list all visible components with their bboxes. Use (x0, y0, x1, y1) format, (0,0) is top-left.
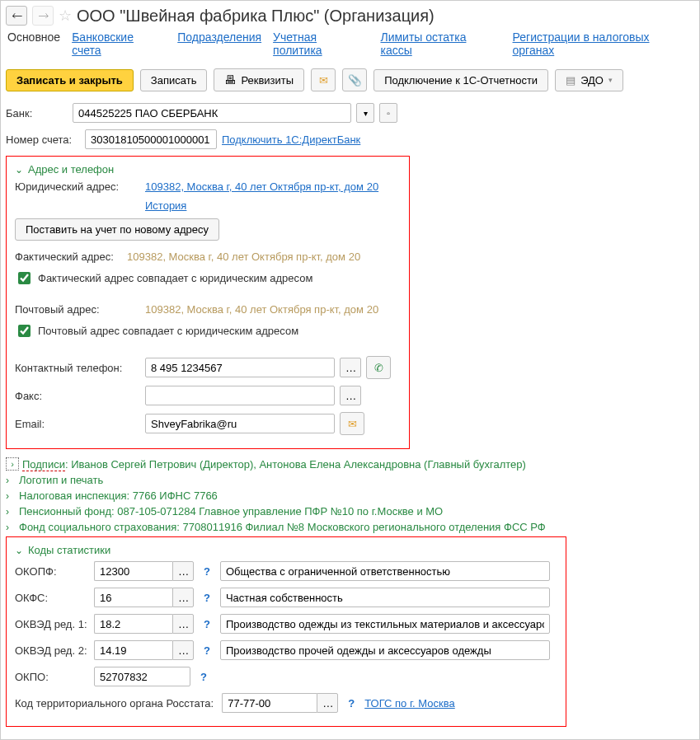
actual-address-label: Фактический адрес: (15, 251, 122, 263)
okved1-code-input[interactable] (94, 614, 172, 634)
okved1-help[interactable]: ? (204, 618, 210, 630)
okopf-desc-input[interactable] (220, 561, 550, 581)
stats-codes-title: Коды статистики (28, 544, 110, 556)
phone-label: Контактный телефон: (15, 362, 140, 374)
tab-accounting-policy[interactable]: Учетная политика (273, 30, 369, 57)
tax-inspection-expander[interactable]: › Налоговая инспекция: 7766 ИФНС 7766 (6, 489, 694, 502)
connect-directbank-link[interactable]: Подключить 1С:ДиректБанк (222, 133, 360, 146)
actual-address-value: 109382, Москва г, 40 лет Октября пр-кт, … (127, 251, 360, 263)
rosstat-lookup-btn[interactable]: … (317, 693, 338, 713)
postal-same-checkbox[interactable] (18, 325, 31, 337)
account-label: Номер счета: (6, 133, 80, 146)
chevron-down-icon: ⌄ (15, 545, 25, 556)
okved2-code-input[interactable] (94, 640, 172, 660)
arrow-right-icon: 🡒 (38, 10, 49, 22)
signatures-expander[interactable]: › Подписи: Иванов Сергей Петрович (Дирек… (6, 457, 694, 471)
fss-title: Фонд социального страхования: 7708011916… (19, 521, 546, 533)
pension-fund-title: Пенсионный фонд: 087-105-071284 Главное … (19, 505, 443, 518)
tab-bank-accounts[interactable]: Банковские счета (72, 30, 166, 57)
bank-input[interactable] (73, 103, 351, 123)
okpo-help[interactable]: ? (200, 671, 207, 683)
fss-expander[interactable]: › Фонд социального страхования: 77080119… (6, 521, 694, 533)
fax-more-btn[interactable]: … (340, 386, 361, 405)
arrow-left-icon: 🡐 (12, 10, 22, 22)
okved2-lookup-btn[interactable]: … (172, 640, 194, 660)
forward-button[interactable]: 🡒 (32, 6, 54, 26)
address-phone-title: Адрес и телефон (28, 163, 114, 176)
phone-icon: ✆ (374, 362, 383, 374)
page-title: ООО "Швейная фабрика Плюс" (Организация) (77, 7, 435, 26)
okopf-code-input[interactable] (94, 561, 172, 581)
stats-codes-expander[interactable]: ⌄ Коды статистики (15, 544, 557, 556)
phone-input[interactable] (145, 358, 335, 377)
okopf-lookup-btn[interactable]: … (172, 561, 194, 581)
okfs-lookup-btn[interactable]: … (172, 588, 194, 607)
fax-label: Факс: (15, 390, 140, 402)
actual-same-label: Фактический адрес совпадает с юридически… (38, 272, 312, 284)
bank-open-btn[interactable]: ▫ (379, 103, 397, 123)
phone-more-btn[interactable]: … (340, 358, 361, 377)
legal-address-label: Юридический адрес: (15, 180, 140, 193)
okved1-desc-input[interactable] (220, 614, 550, 634)
envelope-icon: ✉ (348, 418, 357, 430)
okved2-help[interactable]: ? (204, 644, 210, 657)
fax-input[interactable] (145, 386, 335, 405)
save-and-close-button[interactable]: Записать и закрыть (6, 69, 134, 91)
okopf-help[interactable]: ? (204, 565, 210, 578)
address-phone-expander[interactable]: ⌄ Адрес и телефон (15, 163, 401, 176)
tab-tax-registrations[interactable]: Регистрации в налоговых органах (513, 30, 694, 57)
okved1-lookup-btn[interactable]: … (172, 614, 194, 634)
document-icon: ▤ (566, 74, 576, 87)
postal-address-label: Почтовый адрес: (15, 303, 122, 316)
logo-print-title: Логотип и печать (19, 474, 103, 486)
chevron-down-icon: ⌄ (15, 164, 25, 176)
save-button[interactable]: Записать (140, 69, 208, 91)
okved1-label: ОКВЭД ред. 1: (15, 618, 89, 630)
connect-1c-reporting-button[interactable]: Подключение к 1С-Отчетности (373, 69, 548, 91)
okfs-desc-input[interactable] (220, 588, 550, 607)
tab-bar: Основное Банковские счета Подразделения … (6, 30, 694, 57)
address-phone-section: ⌄ Адрес и телефон Юридический адрес: 109… (6, 156, 410, 449)
rosstat-help[interactable]: ? (348, 697, 355, 710)
rosstat-code-input[interactable] (222, 693, 317, 713)
statistics-codes-section: ⌄ Коды статистики ОКОПФ: … ? ОКФС: … ? О… (6, 536, 566, 727)
rosstat-togs-link[interactable]: ТОГС по г. Москва (364, 697, 455, 710)
back-button[interactable]: 🡐 (6, 6, 27, 26)
attach-button[interactable]: 📎 (342, 68, 367, 91)
chevron-right-icon: › (6, 457, 19, 471)
bank-dropdown-btn[interactable]: ▾ (356, 103, 374, 123)
favorite-star-icon[interactable]: ☆ (59, 7, 72, 25)
requisites-label: Реквизиты (241, 74, 294, 87)
email-input[interactable] (145, 414, 335, 433)
requisites-button[interactable]: 🖶 Реквизиты (214, 68, 304, 91)
send-email-button[interactable]: ✉ (340, 412, 364, 435)
edo-button[interactable]: ▤ ЭДО ▾ (555, 69, 623, 91)
rosstat-label: Код территориального органа Росстата: (15, 697, 214, 710)
tab-divisions[interactable]: Подразделения (177, 30, 261, 57)
bank-label: Банк: (6, 107, 68, 119)
okpo-label: ОКПО: (15, 671, 89, 683)
postal-address-value: 109382, Москва г, 40 лет Октября пр-кт, … (145, 303, 378, 316)
dial-button[interactable]: ✆ (366, 356, 391, 379)
okved2-desc-input[interactable] (220, 640, 550, 660)
register-new-address-button[interactable]: Поставить на учет по новому адресу (15, 218, 219, 241)
print-icon: 🖶 (224, 73, 236, 87)
okpo-code-input[interactable] (94, 667, 190, 686)
signatures-title: Подписи: Иванов Сергей Петрович (Директо… (22, 458, 526, 471)
okopf-label: ОКОПФ: (15, 565, 89, 578)
tab-main[interactable]: Основное (7, 30, 60, 57)
okfs-help[interactable]: ? (204, 592, 210, 604)
actual-same-checkbox[interactable] (18, 272, 31, 284)
email-label: Email: (15, 418, 140, 430)
address-history-link[interactable]: История (145, 199, 186, 212)
okfs-code-input[interactable] (94, 588, 172, 607)
logo-print-expander[interactable]: › Логотип и печать (6, 474, 694, 486)
toolbar: Записать и закрыть Записать 🖶 Реквизиты … (6, 68, 694, 91)
tab-cash-limits[interactable]: Лимиты остатка кассы (380, 30, 500, 57)
account-input[interactable] (85, 129, 217, 149)
mail-button[interactable]: ✉ (311, 68, 336, 91)
pension-fund-expander[interactable]: › Пенсионный фонд: 087-105-071284 Главно… (6, 505, 694, 518)
okfs-label: ОКФС: (15, 592, 89, 604)
legal-address-value[interactable]: 109382, Москва г, 40 лет Октября пр-кт, … (145, 180, 378, 193)
chevron-right-icon: › (6, 506, 16, 518)
